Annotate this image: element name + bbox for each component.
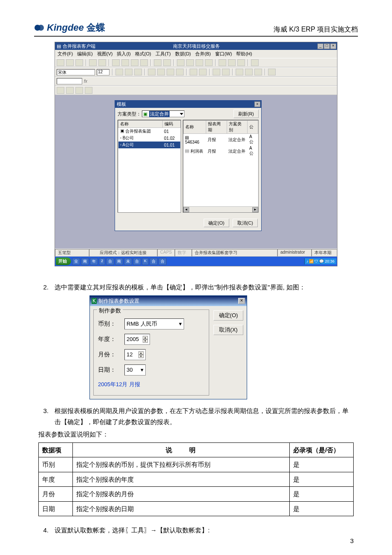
font-name-select[interactable]: 宋体 [57, 69, 95, 75]
toolbar-icon[interactable] [75, 59, 83, 66]
toolbar-icon[interactable] [57, 87, 64, 94]
toolbar-icon[interactable] [228, 59, 236, 66]
toolbar-icon[interactable] [205, 59, 213, 66]
menu-item[interactable]: 格式(O) [135, 51, 151, 57]
taskbar-item[interactable]: 南 [81, 258, 89, 265]
refresh-button[interactable]: 刷新(R) [233, 110, 259, 118]
toolbar-icon[interactable] [186, 59, 194, 66]
taskbar-item[interactable]: 业 [72, 258, 80, 265]
toolbar-icon[interactable] [131, 59, 138, 66]
toolbar-icon[interactable] [75, 87, 83, 94]
toolbar-icon[interactable] [251, 59, 259, 66]
cell-ref[interactable] [57, 78, 82, 84]
taskbar-item[interactable]: 2 [99, 258, 105, 265]
date-select[interactable]: 30▾ [124, 364, 146, 376]
menu-item[interactable]: 插入(I) [117, 51, 130, 57]
spin-up-icon[interactable]: ▴ [138, 351, 144, 355]
cancel-button[interactable]: 取消(C) [233, 219, 258, 227]
color-icon[interactable] [236, 69, 243, 75]
spin-down-icon[interactable]: ▾ [138, 355, 144, 358]
toolbar-icon[interactable] [89, 59, 97, 66]
format-icon[interactable] [213, 69, 220, 75]
template-row[interactable]: ▤ 546346月报法定合并A公 [183, 134, 258, 146]
spin-down-icon[interactable]: ▾ [143, 339, 148, 343]
tree-row[interactable]: ▫ A公司01.01 [118, 142, 181, 148]
toolbar-icon[interactable] [196, 59, 203, 66]
close-button[interactable]: × [330, 43, 336, 49]
color-icon[interactable] [245, 69, 253, 75]
template-row[interactable]: ▤ 利润表月报法定合并A公 [183, 145, 258, 157]
ok-button[interactable]: 确定(O) [204, 219, 229, 227]
taskbar-item[interactable]: 合 [106, 258, 114, 265]
maximize-button[interactable]: □ [324, 43, 330, 49]
toolbar-icon[interactable] [219, 59, 226, 66]
menu-item[interactable]: 文件(F) [58, 51, 73, 57]
spin-up-icon[interactable]: ▴ [143, 336, 148, 339]
scroll-right-button[interactable]: ► [252, 207, 258, 212]
tree-row[interactable]: ▣ 合并报表集团01 [118, 128, 181, 135]
tray-icon[interactable]: 📶 [309, 259, 314, 263]
tree-row[interactable]: ▫ B公司01.02 [118, 135, 181, 142]
taskbar-item[interactable]: 未 [124, 258, 132, 265]
toolbar-icon[interactable] [140, 59, 148, 66]
modal-close-button[interactable]: × [254, 101, 260, 107]
menu-item[interactable]: 合并(B) [195, 51, 211, 57]
toolbar-icon[interactable] [177, 59, 184, 66]
taskbar-item[interactable]: 年 [90, 258, 98, 265]
format-icon[interactable] [199, 69, 207, 75]
toolbar-icon[interactable] [98, 59, 106, 66]
scheme-select[interactable]: ▣ 法定合并 [142, 110, 184, 117]
month-spinner[interactable]: 12 ▴▾ [124, 349, 146, 360]
taskbar-item[interactable]: 合 [159, 258, 167, 265]
currency-label: 币别： [98, 319, 119, 329]
bold-icon[interactable] [115, 69, 123, 75]
taskbar-item[interactable]: 合 [150, 258, 158, 265]
toolbar-icon[interactable] [85, 87, 92, 94]
toolbar-icon[interactable] [237, 59, 245, 66]
tray-icon[interactable]: ♪ [306, 259, 308, 263]
toolbar-icon[interactable] [268, 69, 276, 75]
menu-item[interactable]: 窗口(W) [215, 51, 232, 57]
menu-item[interactable]: 帮助(H) [236, 51, 252, 57]
format-icon[interactable] [222, 69, 230, 75]
color-icon[interactable] [254, 69, 262, 75]
font-size-select[interactable]: 12 [97, 69, 110, 75]
taskbar-item[interactable]: 南 [115, 258, 123, 265]
dialog-cancel-button[interactable]: 取消(X) [213, 325, 243, 335]
align-icon[interactable] [167, 69, 174, 75]
param-description-table: 数据项说 明必录项（是/否） 币别指定个别报表的币别，提供下拉框列示所有币别是年… [38, 442, 354, 517]
scroll-left-button[interactable]: ◄ [183, 207, 189, 212]
menu-item[interactable]: 编辑(E) [77, 51, 93, 57]
start-button[interactable]: 开始 [56, 257, 71, 265]
menu-item[interactable]: 工具(T) [156, 51, 171, 57]
align-icon[interactable] [157, 69, 165, 75]
param-group: 制作参数 币别： RMB 人民币▾ 年度： 2005 ▴▾ [93, 309, 209, 396]
underline-icon[interactable] [134, 69, 142, 75]
tray-icon[interactable]: 💬 [319, 259, 324, 263]
year-spinner[interactable]: 2005 ▴▾ [124, 334, 150, 345]
h-scrollbar[interactable]: ◄ ► [183, 206, 258, 212]
italic-icon[interactable] [125, 69, 133, 75]
toolbar-icon[interactable] [112, 59, 120, 66]
taskbar-item[interactable]: K [142, 258, 149, 265]
template-modal: 模板 × 方案类型： ▣ 法定合并 刷新(R) [115, 100, 262, 231]
align-icon[interactable] [148, 69, 156, 75]
toolbar-icon[interactable] [154, 59, 161, 66]
currency-select[interactable]: RMB 人民币▾ [124, 318, 184, 330]
table-row: 月份指定个别报表的月份是 [39, 487, 354, 502]
toolbar-icon[interactable] [163, 59, 171, 66]
toolbar-icon[interactable] [121, 59, 129, 66]
format-icon[interactable] [190, 69, 197, 75]
menu-item[interactable]: 数据(D) [175, 51, 191, 57]
taskbar-item[interactable]: 合 [133, 258, 141, 265]
dialog-ok-button[interactable]: 确定(O) [213, 310, 243, 321]
menu-item[interactable]: 视图(V) [97, 51, 113, 57]
toolbar-icon[interactable] [57, 59, 64, 66]
window-title: 合并报表客户端 [63, 43, 95, 49]
dialog-close-button[interactable]: × [238, 298, 245, 304]
minimize-button[interactable]: _ [317, 43, 323, 49]
toolbar-icon[interactable] [66, 87, 74, 94]
toolbar-icon[interactable] [66, 59, 74, 66]
align-icon[interactable] [176, 69, 184, 75]
tray-icon[interactable]: 🛡 [314, 259, 318, 263]
